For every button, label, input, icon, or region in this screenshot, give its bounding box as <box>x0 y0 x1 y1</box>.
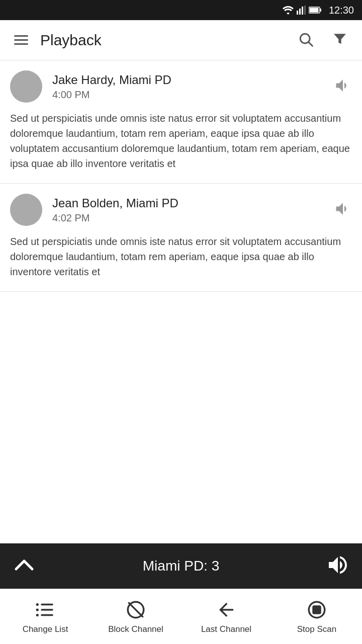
svg-rect-3 <box>304 6 306 15</box>
nav-block-channel[interactable]: Block Channel <box>90 593 181 640</box>
recording-header: Jean Bolden, Miami PD 4:02 PM <box>10 194 352 226</box>
svg-rect-0 <box>297 11 298 15</box>
svg-rect-14 <box>41 614 53 616</box>
block-icon <box>125 599 146 620</box>
nav-label-last-channel: Last Channel <box>201 624 251 634</box>
speaker-button-1[interactable] <box>334 76 352 97</box>
status-time: 12:30 <box>329 5 354 16</box>
svg-line-16 <box>129 603 142 616</box>
nav-label-block-channel: Block Channel <box>108 624 163 634</box>
recording-text: Sed ut perspiciatis unde omnis iste natu… <box>10 111 352 171</box>
nav-change-list[interactable]: Change List <box>0 593 90 640</box>
recording-item: Jake Hardy, Miami PD 4:00 PM Sed ut pers… <box>0 60 362 184</box>
speaker-icon <box>334 200 352 218</box>
recording-meta: Jean Bolden, Miami PD 4:02 PM <box>52 196 334 224</box>
speaker-button-2[interactable] <box>334 200 352 220</box>
wifi-icon <box>283 6 294 15</box>
avatar <box>10 194 42 226</box>
player-up-button[interactable] <box>12 553 36 579</box>
list-icon <box>35 599 56 620</box>
header-actions <box>294 27 352 53</box>
signal-icon <box>297 6 306 15</box>
search-icon <box>298 31 314 47</box>
svg-point-11 <box>36 608 39 611</box>
filter-icon <box>332 31 348 47</box>
recording-text: Sed ut perspiciatis unde omnis iste natu… <box>10 234 352 279</box>
svg-rect-18 <box>313 606 320 613</box>
recording-meta: Jake Hardy, Miami PD 4:00 PM <box>52 73 334 101</box>
page-title: Playback <box>40 32 294 49</box>
stop-icon <box>306 599 327 620</box>
volume-icon <box>326 553 350 577</box>
recording-time: 4:02 PM <box>52 212 334 224</box>
svg-point-13 <box>36 613 39 616</box>
status-icons <box>283 6 322 15</box>
svg-line-8 <box>309 42 312 46</box>
svg-rect-1 <box>299 9 301 15</box>
search-button[interactable] <box>294 27 318 53</box>
player-bar: Miami PD: 3 <box>0 543 362 589</box>
player-volume-button[interactable] <box>326 553 350 579</box>
recording-time: 4:00 PM <box>52 89 334 101</box>
nav-label-stop-scan: Stop Scan <box>297 624 336 634</box>
chevron-up-icon <box>12 553 36 577</box>
menu-button[interactable] <box>10 31 32 49</box>
nav-last-channel[interactable]: Last Channel <box>181 593 272 640</box>
recording-header: Jake Hardy, Miami PD 4:00 PM <box>10 70 352 103</box>
battery-icon <box>309 7 322 14</box>
nav-stop-scan[interactable]: Stop Scan <box>272 593 362 640</box>
back-icon <box>216 599 237 620</box>
recordings-list: Jake Hardy, Miami PD 4:00 PM Sed ut pers… <box>0 60 362 543</box>
svg-rect-2 <box>302 7 303 15</box>
avatar <box>10 70 42 103</box>
app-header: Playback <box>0 20 362 60</box>
speaker-icon <box>334 76 352 95</box>
recording-name: Jean Bolden, Miami PD <box>52 196 334 210</box>
svg-point-9 <box>36 603 39 605</box>
svg-rect-12 <box>41 609 53 611</box>
bottom-navigation: Change List Block Channel Last Channel S… <box>0 589 362 644</box>
player-channel-label: Miami PD: 3 <box>36 558 326 574</box>
nav-label-change-list: Change List <box>23 624 68 634</box>
status-bar: 12:30 <box>0 0 362 20</box>
svg-rect-6 <box>309 8 318 13</box>
filter-button[interactable] <box>328 27 352 53</box>
recording-name: Jake Hardy, Miami PD <box>52 73 334 87</box>
svg-rect-5 <box>320 9 321 12</box>
svg-rect-10 <box>41 603 53 605</box>
recording-item: Jean Bolden, Miami PD 4:02 PM Sed ut per… <box>0 184 362 292</box>
